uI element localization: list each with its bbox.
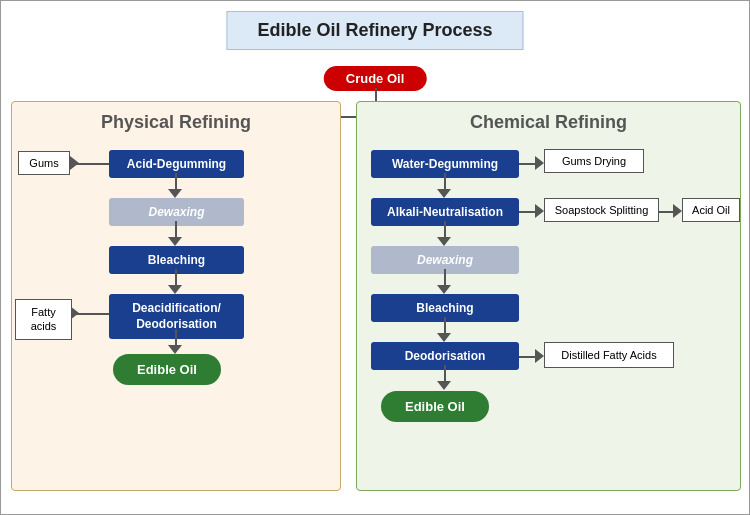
chem-edible-oil: Edible Oil xyxy=(381,391,489,422)
page-title: Edible Oil Refinery Process xyxy=(257,20,492,41)
phys-deacid-label: Deacidification/Deodorisation xyxy=(132,301,221,331)
gums-side-box: Gums xyxy=(18,151,70,175)
chem-a1 xyxy=(437,189,451,198)
acid-oil-label: Acid Oil xyxy=(692,204,730,216)
fatty-side-box: Fatty acids xyxy=(15,299,72,340)
phys-a4 xyxy=(168,345,182,354)
acid-oil-box: Acid Oil xyxy=(682,198,740,222)
phys-a3 xyxy=(168,285,182,294)
gums-drying-label: Gums Drying xyxy=(562,155,626,167)
gums-arrow-to-box xyxy=(70,156,79,170)
diagram-container: Edible Oil Refinery Process Crude Oil Ph… xyxy=(0,0,750,515)
dfa-arrow xyxy=(535,349,544,363)
chem-a4 xyxy=(437,333,451,342)
acidoil-arrow xyxy=(673,204,682,218)
chem-a5 xyxy=(437,381,451,390)
physical-label: Physical Refining xyxy=(12,102,340,133)
gums-label: Gums xyxy=(29,157,58,169)
phys-a1 xyxy=(168,189,182,198)
gums-dry-arrow xyxy=(535,156,544,170)
gums-drying-box: Gums Drying xyxy=(544,149,644,173)
chem-a2 xyxy=(437,237,451,246)
soap-arrow xyxy=(535,204,544,218)
chem-dewaxing-label: Dewaxing xyxy=(417,253,473,267)
soapstock-box: Soapstock Splitting xyxy=(544,198,659,222)
fatty-label: Fatty acids xyxy=(31,306,57,332)
title-box: Edible Oil Refinery Process xyxy=(226,11,523,50)
chem-a3 xyxy=(437,285,451,294)
distilled-fa-box: Distilled Fatty Acids xyxy=(544,342,674,368)
phys-dewaxing-label: Dewaxing xyxy=(148,205,204,219)
soapstock-label: Soapstock Splitting xyxy=(555,204,649,216)
distilled-fa-label: Distilled Fatty Acids xyxy=(561,349,656,361)
chemical-label: Chemical Refining xyxy=(357,102,740,133)
phys-a2 xyxy=(168,237,182,246)
phys-edible-oil: Edible Oil xyxy=(113,354,221,385)
